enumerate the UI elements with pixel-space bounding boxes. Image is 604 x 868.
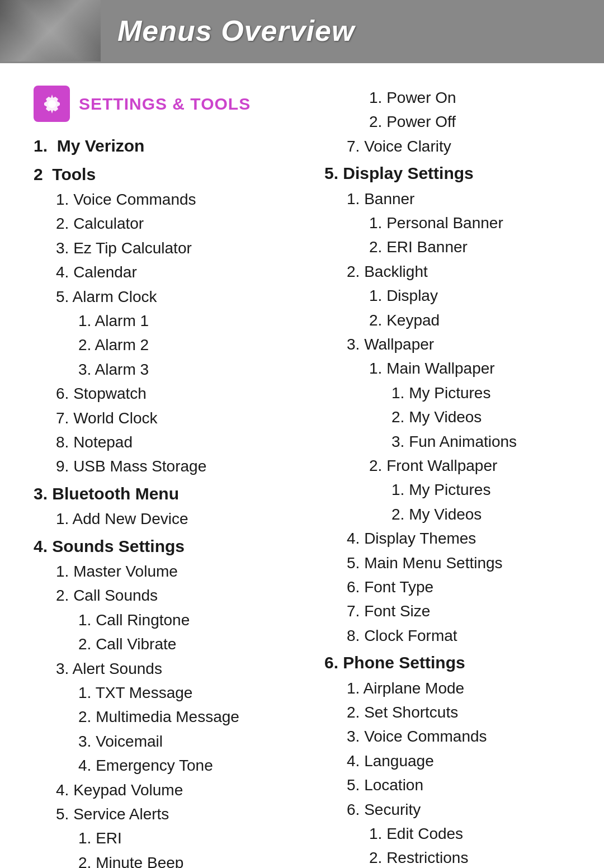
list-item: 2. Minute Beep xyxy=(34,851,313,868)
settings-icon xyxy=(34,86,70,122)
list-item: 4. Calendar xyxy=(34,260,313,284)
list-item: 5. Service Alerts xyxy=(34,802,313,826)
list-item: 5. Location xyxy=(324,773,570,797)
list-item: 2. Calculator xyxy=(34,211,313,235)
list-item: 1. Alarm 1 xyxy=(34,309,313,333)
list-item: 3. Ez Tip Calculator xyxy=(34,236,313,260)
svg-rect-3 xyxy=(63,31,83,62)
list-item: 2. Set Shortcuts xyxy=(324,700,570,724)
section-header: Settings & Tools xyxy=(34,86,313,122)
list-item: 2. ERI Banner xyxy=(324,235,570,259)
list-item: 3. Alert Sounds xyxy=(34,657,313,681)
list-item: 2. Keypad xyxy=(324,308,570,332)
list-item: 4. Sounds Settings xyxy=(34,534,313,560)
list-item: 1. Personal Banner xyxy=(324,211,570,235)
list-item: 1. Power On xyxy=(324,86,570,110)
svg-point-2 xyxy=(63,8,83,31)
list-item: 3. Voicemail xyxy=(34,729,313,753)
page-title: Menus Overview xyxy=(101,14,355,48)
list-item: 6. Font Type xyxy=(324,575,570,599)
list-item: 2. Multimedia Message xyxy=(34,705,313,729)
list-item: 1. Voice Commands xyxy=(34,187,313,211)
list-item: 4. Display Themes xyxy=(324,526,570,550)
list-item: 1. Add New Device xyxy=(34,507,313,531)
list-item: 1. Banner xyxy=(324,187,570,211)
svg-rect-8 xyxy=(10,14,15,18)
list-item: 1. Edit Codes xyxy=(324,822,570,846)
list-item: 5. Display Settings xyxy=(324,161,570,187)
list-item: 5. Alarm Clock xyxy=(34,285,313,309)
list-item: 5. Main Menu Settings xyxy=(324,551,570,575)
list-item: 4. Language xyxy=(324,749,570,773)
page-header: Menus Overview xyxy=(0,0,604,62)
list-item: 8. Clock Format xyxy=(324,624,570,648)
list-item: 2. Alarm 2 xyxy=(34,333,313,357)
list-item: 3. Alarm 3 xyxy=(34,357,313,381)
list-item: 2. Restrictions xyxy=(324,846,570,868)
right-menu: 1. Power On 2. Power Off 7. Voice Clarit… xyxy=(324,86,570,868)
list-item: 1. My Verizon xyxy=(34,133,313,159)
right-column: 1. Power On 2. Power Off 7. Voice Clarit… xyxy=(313,86,570,868)
list-item: 8. Notepad xyxy=(34,430,313,454)
list-item: 3. Wallpaper xyxy=(324,332,570,356)
svg-rect-7 xyxy=(3,14,7,18)
list-item: 9. USB Mass Storage xyxy=(34,454,313,478)
header-image xyxy=(0,0,101,62)
list-item: 6. Phone Settings xyxy=(324,650,570,676)
list-item: 2. Power Off xyxy=(324,110,570,134)
list-item: 7. Voice Clarity xyxy=(324,134,570,158)
list-item: 2. Call Sounds xyxy=(34,583,313,607)
list-item: 3. Fun Animations xyxy=(324,430,570,454)
list-item: 2. Backlight xyxy=(324,260,570,284)
svg-point-4 xyxy=(22,7,39,26)
list-item: 4. Emergency Tone xyxy=(34,753,313,777)
main-content: Settings & Tools 1. My Verizon 2 Tools 1… xyxy=(0,63,604,868)
list-item: 7. World Clock xyxy=(34,406,313,430)
list-item: 1. My Pictures xyxy=(324,478,570,502)
svg-rect-9 xyxy=(3,22,7,27)
list-item: 1. Main Wallpaper xyxy=(324,356,570,380)
svg-rect-10 xyxy=(10,22,15,27)
list-item: 2. My Videos xyxy=(324,502,570,526)
list-item: 3. Voice Commands xyxy=(324,724,570,748)
list-item: 1. Airplane Mode xyxy=(324,676,570,700)
list-item: 7. Font Size xyxy=(324,599,570,623)
list-item: 6. Stopwatch xyxy=(34,381,313,405)
list-item: 1. TXT Message xyxy=(34,681,313,705)
left-column: Settings & Tools 1. My Verizon 2 Tools 1… xyxy=(34,86,313,868)
list-item: 1. Master Volume xyxy=(34,559,313,583)
list-item: 1. Display xyxy=(324,284,570,308)
list-item: 3. Bluetooth Menu xyxy=(34,481,313,507)
list-item: 6. Security xyxy=(324,798,570,822)
list-item: 2. Call Vibrate xyxy=(34,632,313,656)
section-title: Settings & Tools xyxy=(79,95,251,114)
list-item: 2. Front Wallpaper xyxy=(324,454,570,478)
list-item: 4. Keypad Volume xyxy=(34,778,313,802)
list-item: 2. My Videos xyxy=(324,405,570,429)
left-menu: 1. My Verizon 2 Tools 1. Voice Commands … xyxy=(34,133,313,868)
svg-rect-6 xyxy=(0,11,28,62)
list-item: 2 Tools xyxy=(34,162,313,188)
list-item: 1. ERI xyxy=(34,826,313,850)
list-item: 1. Call Ringtone xyxy=(34,608,313,632)
svg-rect-0 xyxy=(0,0,101,62)
svg-rect-5 xyxy=(22,26,39,54)
list-item: 1. My Pictures xyxy=(324,381,570,405)
svg-rect-1 xyxy=(0,0,50,62)
